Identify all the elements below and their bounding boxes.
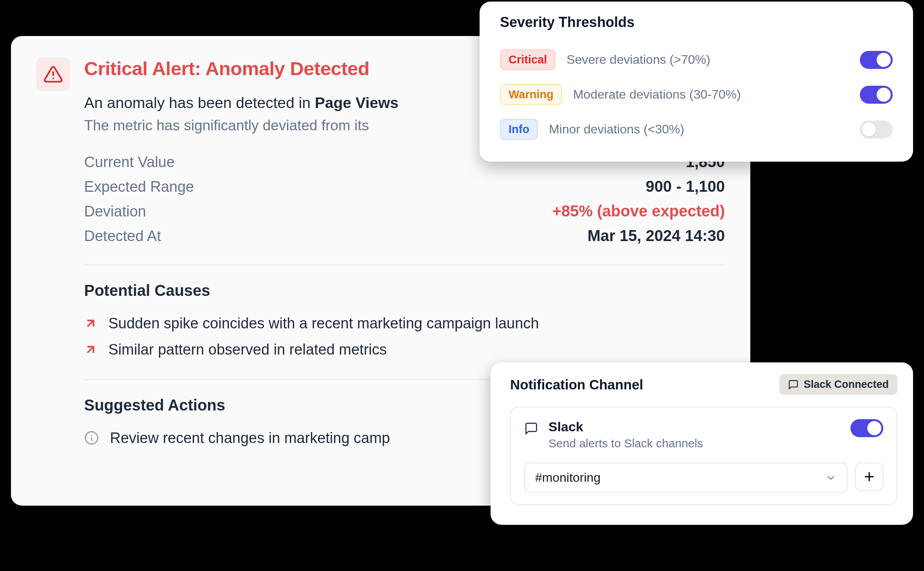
alert-kv-list: Current Value 1,850 Expected Range 900 -…	[84, 150, 725, 248]
alert-icon	[36, 58, 70, 91]
severity-badge-warning: Warning	[500, 84, 562, 105]
slack-badge-text: Slack Connected	[804, 378, 889, 391]
severity-desc: Moderate deviations (30-70%)	[573, 87, 849, 102]
alert-metric-name: Page Views	[315, 94, 399, 111]
severity-toggle-warning[interactable]	[860, 86, 893, 104]
severity-badge-critical: Critical	[500, 49, 555, 70]
kv-label: Deviation	[84, 203, 146, 220]
chat-icon	[524, 421, 538, 436]
notif-header: Notification Channel Slack Connected	[510, 374, 897, 395]
severity-thresholds-card: Severity Thresholds Critical Severe devi…	[480, 2, 913, 162]
channel-selected-value: #monitoring	[535, 470, 600, 485]
kv-expected-range: Expected Range 900 - 1,100	[84, 174, 725, 199]
info-circle-icon	[84, 431, 99, 445]
kv-value-deviation: +85% (above expected)	[552, 202, 725, 220]
arrow-up-right-icon	[84, 343, 97, 356]
notif-box: Slack Send alerts to Slack channels #mon…	[510, 407, 897, 505]
severity-badge-info: Info	[500, 119, 538, 140]
notification-channel-card: Notification Channel Slack Connected Sla…	[491, 362, 913, 525]
severity-row-warning: Warning Moderate deviations (30-70%)	[500, 77, 893, 112]
cause-text: Similar pattern observed in related metr…	[108, 341, 387, 358]
channel-select[interactable]: #monitoring	[524, 463, 847, 493]
severity-toggle-info[interactable]	[860, 121, 893, 139]
divider	[84, 265, 725, 265]
cause-text: Sudden spike coincides with a recent mar…	[108, 315, 539, 332]
plus-icon	[863, 470, 876, 483]
warning-triangle-icon	[43, 65, 63, 84]
kv-label: Detected At	[84, 228, 161, 245]
potential-causes-title: Potential Causes	[84, 282, 725, 299]
alert-desc-prefix: An anomaly has been detected in	[84, 94, 315, 111]
svg-line-3	[88, 347, 93, 352]
chevron-down-icon	[825, 472, 836, 483]
add-channel-button[interactable]	[855, 463, 883, 491]
notif-service-row: Slack Send alerts to Slack channels	[524, 419, 883, 450]
kv-label: Expected Range	[84, 178, 194, 195]
kv-detected-at: Detected At Mar 15, 2024 14:30	[84, 223, 725, 248]
chat-icon	[788, 379, 799, 390]
cause-item: Sudden spike coincides with a recent mar…	[84, 310, 725, 337]
cause-item: Similar pattern observed in related metr…	[84, 337, 725, 363]
severity-row-critical: Critical Severe deviations (>70%)	[500, 42, 893, 77]
action-text: Review recent changes in marketing camp	[110, 430, 390, 447]
notif-title: Notification Channel	[510, 377, 643, 393]
severity-desc: Severe deviations (>70%)	[566, 52, 849, 67]
kv-value: 900 - 1,100	[646, 178, 725, 195]
svg-line-2	[88, 321, 93, 326]
arrow-up-right-icon	[84, 317, 97, 330]
notif-service-name: Slack	[548, 419, 840, 434]
severity-toggle-critical[interactable]	[860, 51, 893, 69]
kv-deviation: Deviation +85% (above expected)	[84, 199, 725, 223]
slack-connected-badge: Slack Connected	[779, 374, 897, 395]
notif-service-desc: Send alerts to Slack channels	[548, 437, 840, 450]
severity-row-info: Info Minor deviations (<30%)	[500, 112, 893, 147]
kv-label: Current Value	[84, 154, 175, 171]
notif-slack-toggle[interactable]	[850, 419, 883, 437]
kv-value: Mar 15, 2024 14:30	[588, 227, 725, 245]
severity-title: Severity Thresholds	[500, 14, 893, 31]
severity-desc: Minor deviations (<30%)	[549, 122, 849, 137]
notif-select-row: #monitoring	[524, 463, 883, 493]
